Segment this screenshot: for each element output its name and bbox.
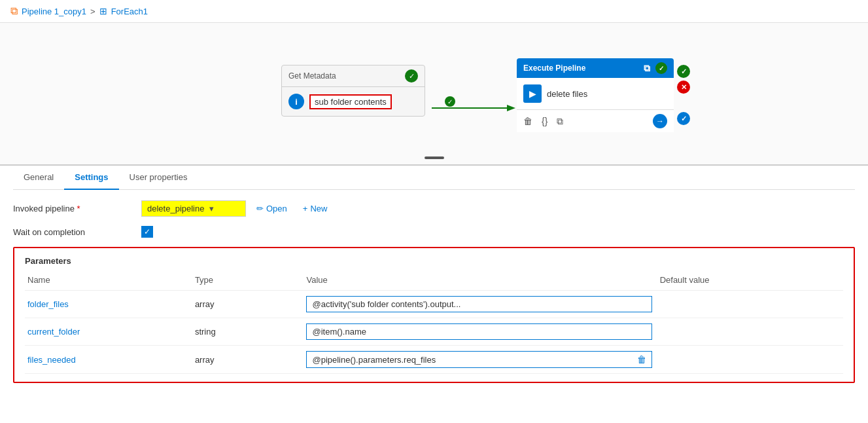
param-default-cell bbox=[657, 346, 843, 374]
canvas-area: Get Metadata ✓ i sub folder contents ✓ E… bbox=[0, 23, 868, 166]
external-link-icon[interactable]: ⧉ bbox=[644, 63, 650, 74]
breadcrumb-pipeline[interactable]: Pipeline 1_copy1 bbox=[22, 7, 86, 16]
parameters-table: Name Type Value Default value folder_fil… bbox=[25, 272, 843, 374]
plus-icon: + bbox=[303, 204, 308, 213]
param-name-cell: files_needed bbox=[25, 346, 192, 374]
get-metadata-success: ✓ bbox=[405, 69, 418, 83]
param-default-cell bbox=[657, 318, 843, 346]
svg-marker-1 bbox=[507, 105, 515, 111]
parameters-title: Parameters bbox=[25, 256, 843, 266]
pipeline-select-value: delete_pipeline bbox=[147, 204, 204, 213]
code-icon[interactable]: {} bbox=[542, 116, 547, 126]
invoked-pipeline-row: Invoked pipeline * delete_pipeline ▾ ✏ O… bbox=[13, 200, 855, 217]
param-value-cell[interactable]: @pipeline().parameters.req_files🗑 bbox=[304, 346, 657, 374]
col-header-value: Value bbox=[304, 272, 657, 291]
param-type-cell: string bbox=[192, 318, 304, 346]
side-fail: ✕ bbox=[677, 81, 690, 94]
side-indicators: ✓ ✕ ✓ bbox=[677, 65, 690, 125]
execute-pipeline-body: ▶ delete files bbox=[517, 78, 674, 109]
param-name-cell: current_folder bbox=[25, 318, 192, 346]
param-value-input[interactable]: @activity('sub folder contents').output.… bbox=[306, 296, 651, 312]
invoked-pipeline-label: Invoked pipeline * bbox=[13, 204, 131, 213]
param-type-cell: array bbox=[192, 346, 304, 374]
col-header-name: Name bbox=[25, 272, 192, 291]
wait-completion-checkbox[interactable]: ✓ bbox=[141, 226, 153, 238]
get-metadata-node[interactable]: Get Metadata ✓ i sub folder contents bbox=[281, 65, 425, 117]
breadcrumb-icon2: ⊞ bbox=[99, 6, 107, 16]
breadcrumb: ⧉ Pipeline 1_copy1 > ⊞ ForEach1 bbox=[0, 0, 868, 23]
collapse-bar[interactable] bbox=[425, 156, 444, 159]
breadcrumb-separator: > bbox=[90, 7, 95, 16]
tab-settings[interactable]: Settings bbox=[64, 166, 118, 190]
side-success: ✓ bbox=[677, 65, 690, 78]
tab-user-properties[interactable]: User properties bbox=[119, 166, 198, 190]
pencil-icon: ✏ bbox=[256, 204, 264, 213]
col-header-default: Default value bbox=[657, 272, 843, 291]
wait-completion-row: Wait on completion ✓ bbox=[13, 226, 855, 238]
get-metadata-title: Get Metadata bbox=[288, 71, 336, 81]
param-value-input[interactable]: @pipeline().parameters.req_files🗑 bbox=[306, 351, 651, 368]
wait-completion-label: Wait on completion bbox=[13, 227, 131, 237]
execute-pipeline-node[interactable]: Execute Pipeline ⧉ ✓ ▶ delete files 🗑 {}… bbox=[517, 58, 674, 132]
settings-panel: General Settings User properties Invoked… bbox=[0, 166, 868, 383]
execute-success-dot: ✓ bbox=[655, 62, 667, 74]
param-value-text: @item().name bbox=[312, 327, 366, 337]
arrow-success-check: ✓ bbox=[445, 96, 455, 107]
execute-pipeline-name: delete files bbox=[547, 89, 587, 99]
new-button[interactable]: + New bbox=[298, 201, 333, 216]
copy-icon[interactable]: ⧉ bbox=[557, 116, 563, 127]
execute-pipeline-footer[interactable]: 🗑 {} ⧉ → bbox=[517, 109, 674, 132]
parameters-section: Parameters Name Type Value Default value… bbox=[13, 247, 855, 383]
delete-param-icon[interactable]: 🗑 bbox=[637, 354, 646, 365]
breadcrumb-icon: ⧉ bbox=[10, 5, 18, 17]
tab-general[interactable]: General bbox=[13, 166, 64, 190]
col-header-type: Type bbox=[192, 272, 304, 291]
execute-pipeline-header: Execute Pipeline ⧉ ✓ bbox=[517, 58, 674, 78]
side-complete: ✓ bbox=[677, 112, 690, 125]
table-row: files_neededarray@pipeline().parameters.… bbox=[25, 346, 843, 374]
pipeline-run-icon: ▶ bbox=[523, 84, 542, 103]
required-star: * bbox=[77, 204, 80, 213]
param-type-cell: array bbox=[192, 291, 304, 318]
param-value-text: @pipeline().parameters.req_files bbox=[312, 355, 436, 365]
execute-pipeline-title: Execute Pipeline bbox=[523, 64, 585, 73]
navigate-icon[interactable]: → bbox=[653, 114, 667, 128]
pipeline-select[interactable]: delete_pipeline ▾ bbox=[141, 200, 246, 217]
table-row: folder_filesarray@activity('sub folder c… bbox=[25, 291, 843, 318]
tabs: General Settings User properties bbox=[13, 166, 855, 190]
info-icon: i bbox=[288, 94, 304, 109]
param-value-text: @activity('sub folder contents').output.… bbox=[312, 299, 460, 309]
dropdown-arrow-icon: ▾ bbox=[209, 204, 214, 213]
param-name-cell: folder_files bbox=[25, 291, 192, 318]
breadcrumb-foreach[interactable]: ForEach1 bbox=[111, 7, 148, 16]
param-value-input[interactable]: @item().name bbox=[306, 323, 651, 340]
table-row: current_folderstring@item().name bbox=[25, 318, 843, 346]
node-label: sub folder contents bbox=[309, 94, 392, 109]
open-button[interactable]: ✏ Open bbox=[251, 201, 292, 216]
header-icons: ⧉ ✓ bbox=[644, 62, 667, 74]
get-metadata-header: Get Metadata ✓ bbox=[282, 65, 425, 87]
delete-icon[interactable]: 🗑 bbox=[523, 116, 532, 126]
param-default-cell bbox=[657, 291, 843, 318]
param-value-cell[interactable]: @item().name bbox=[304, 318, 657, 346]
param-value-cell[interactable]: @activity('sub folder contents').output.… bbox=[304, 291, 657, 318]
get-metadata-body: i sub folder contents bbox=[282, 87, 425, 116]
invoked-pipeline-control: delete_pipeline ▾ ✏ Open + New bbox=[141, 200, 332, 217]
